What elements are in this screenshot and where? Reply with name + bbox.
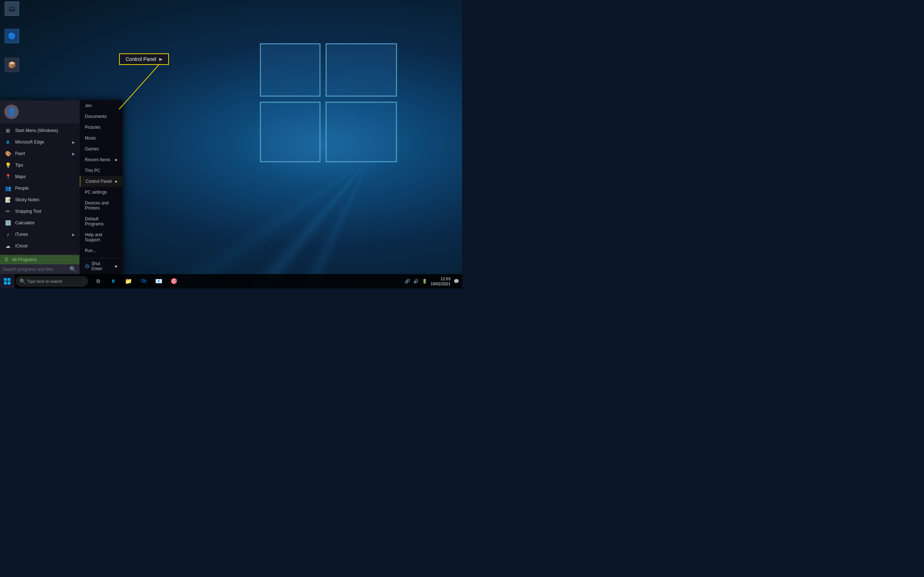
snipping-tool-icon: ✂ [4,208,11,215]
start-apps-list: ⊞ Start Menu (Windows) e Microsoft Edge … [0,123,79,253]
callout-arrow: ▶ [159,56,162,62]
taskbar-tray: 🔗 🔊 🔋 12:03 19/02/2021 💬 [402,276,462,287]
start-place-username[interactable]: Jen [80,100,123,111]
start-app-sticky-notes[interactable]: 📝 Sticky Notes [0,194,79,206]
start-app-start-menu-windows[interactable]: ⊞ Start Menu (Windows) [0,125,79,136]
start-search-input[interactable] [3,267,67,272]
clock-date: 19/02/2021 [431,281,451,286]
all-programs-icon: ☰ [4,257,8,262]
user-avatar: 👤 [4,105,19,119]
control-panel-callout: Control Panel ▶ [119,53,169,65]
start-place-control-panel[interactable]: Control Panel ▶ [80,176,123,187]
start-menu: 👤 ⊞ Start Menu (Windows) e Microsoft Edg… [0,100,123,274]
taskbar-search[interactable]: 🔍 Type here to search [16,276,88,287]
mail-icon: 📧 [155,278,162,285]
task-view-icon: ⧉ [96,278,100,284]
start-place-recent-items[interactable]: Recent Items ▶ [80,154,123,165]
tips-icon: 💡 [4,161,11,169]
start-app-maps[interactable]: 📍 Maps [0,171,79,182]
start-search-area: 🔍 [0,264,79,274]
maps-icon: 📍 [4,173,11,180]
taskbar-mail[interactable]: 📧 [152,274,166,288]
store-icon: 🛍 [141,278,147,284]
desktop-icon-3[interactable]: 📦 [3,58,21,72]
icloud-icon: ☁ [4,242,11,250]
itunes-arrow: ▶ [72,233,75,237]
start-place-music[interactable]: Music [80,133,123,143]
cortana-icon: 🔍 [19,279,26,284]
start-place-this-pc[interactable]: This PC [80,165,123,176]
windows-logo-decoration [260,43,397,166]
people-icon: 👥 [4,185,11,192]
paint-icon: 🎨 [4,150,11,157]
windows-start-icon [4,278,10,285]
file-explorer-icon: 📁 [125,278,132,285]
itunes-icon: ♪ [4,231,11,238]
recent-items-arrow: ▶ [115,158,118,161]
all-programs-button[interactable]: ☰ All Programs [0,255,79,264]
paint-arrow: ▶ [72,152,75,156]
taskbar-extra-app[interactable]: 🎯 [167,274,181,288]
desktop-icon-2[interactable]: 🔵 [3,29,21,43]
start-user-area[interactable]: 👤 [0,100,79,123]
taskbar-edge[interactable]: e [106,274,121,288]
taskbar: 🔍 Type here to search ⧉ e 📁 🛍 📧 🎯 🔗 🔊 🔋 … [0,274,462,288]
start-menu-windows-icon: ⊞ [4,127,11,134]
start-app-icloud[interactable]: ☁ iCloud [0,240,79,252]
taskbar-task-view[interactable]: ⧉ [91,274,105,288]
edge-arrow: ▶ [72,140,75,144]
start-place-pictures[interactable]: Pictures [80,122,123,133]
sticky-notes-icon: 📝 [4,196,11,203]
start-place-games[interactable]: Games [80,143,123,154]
start-app-microsoft-edge[interactable]: e Microsoft Edge ▶ [0,136,79,148]
taskbar-app-icons: ⧉ e 📁 🛍 📧 🎯 [91,274,181,288]
start-place-devices-printers[interactable]: Devices and Printers [80,198,123,213]
shutdown-arrow: ▶ [115,264,118,268]
start-place-pc-settings[interactable]: PC settings [80,187,123,198]
shutdown-button[interactable]: ⏻ Shut Down ▶ [80,258,123,274]
calculator-icon: 🔢 [4,219,11,226]
start-place-documents[interactable]: Documents [80,111,123,122]
taskbar-store[interactable]: 🛍 [136,274,151,288]
taskbar-clock[interactable]: 12:03 19/02/2021 [431,276,451,287]
start-button[interactable] [0,274,15,288]
start-place-help-support[interactable]: Help and Support [80,229,123,245]
start-app-people[interactable]: 👥 People [0,182,79,194]
start-app-snipping-tool[interactable]: ✂ Snipping Tool [0,206,79,217]
taskbar-edge-icon: e [112,278,115,284]
start-menu-apps-panel: 👤 ⊞ Start Menu (Windows) e Microsoft Edg… [0,100,79,274]
desktop-icon-1[interactable]: 🗂 [3,2,21,16]
control-panel-arrow: ▶ [115,180,118,183]
start-app-calculator[interactable]: 🔢 Calculator [0,217,79,229]
volume-icon[interactable]: 🔊 [413,279,419,284]
search-icon: 🔍 [69,266,76,272]
separator-1 [0,254,79,254]
start-app-paint[interactable]: 🎨 Paint ▶ [0,148,79,160]
start-place-run[interactable]: Run... [80,245,123,256]
extra-app-icon: 🎯 [170,278,178,285]
start-app-itunes[interactable]: ♪ iTunes ▶ [0,229,79,240]
network-icon[interactable]: 🔗 [405,279,410,284]
edge-icon: e [4,139,11,146]
start-place-default-programs[interactable]: Default Programs [80,213,123,229]
clock-time: 12:03 [431,276,451,281]
start-app-tips[interactable]: 💡 Tips [0,160,79,171]
battery-icon[interactable]: 🔋 [422,279,428,284]
notifications-icon[interactable]: 💬 [453,279,459,284]
start-menu-places-panel: Jen Documents Pictures Music Games Recen… [79,100,123,274]
shutdown-icon: ⏻ [85,264,89,269]
taskbar-file-explorer[interactable]: 📁 [121,274,136,288]
